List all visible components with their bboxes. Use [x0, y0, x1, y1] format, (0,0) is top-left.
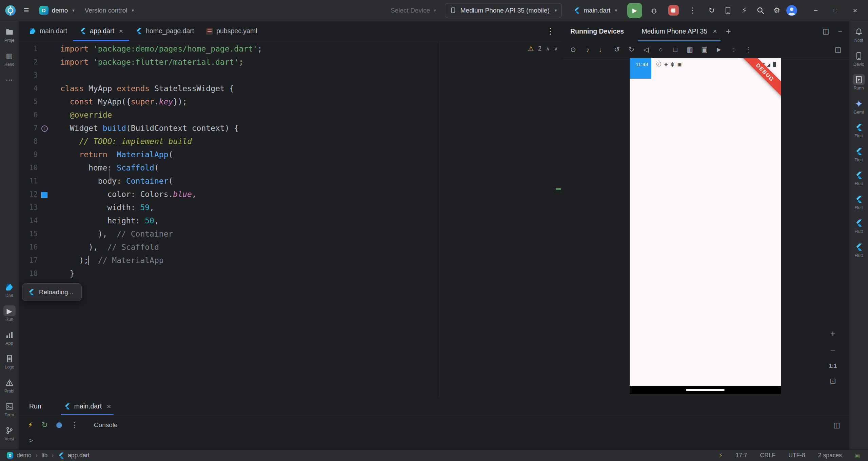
- toolwindow-flutter-inspector[interactable]: Flutt: [849, 144, 868, 164]
- device-manager-icon[interactable]: [721, 3, 735, 18]
- code-line-5[interactable]: 5 const MyApp({super.key});: [19, 95, 562, 108]
- tab-options-icon[interactable]: ⋮: [539, 26, 562, 36]
- line-number[interactable]: 14: [19, 214, 38, 227]
- breadcrumb-project[interactable]: demo: [17, 452, 32, 459]
- run-config-dropdown[interactable]: main.dart ▾: [573, 7, 617, 14]
- line-number[interactable]: 12: [19, 188, 38, 201]
- toolwindow-version-control[interactable]: Versi: [0, 423, 19, 443]
- more-icon[interactable]: ⋮: [744, 46, 752, 53]
- more-icon[interactable]: ⋮: [71, 421, 78, 429]
- volume-down-icon[interactable]: ♩: [598, 46, 607, 53]
- status-widget-icon[interactable]: ▣: [855, 452, 860, 459]
- close-tab-icon[interactable]: ×: [119, 27, 123, 35]
- code-line-13[interactable]: 13 width: 59,: [19, 201, 562, 214]
- toolwindow-dart-analysis[interactable]: Dart: [0, 280, 19, 300]
- code-line-3[interactable]: 3: [19, 69, 562, 82]
- toolwindow-more-tool-windows[interactable]: ⋯: [0, 72, 19, 87]
- code-editor[interactable]: 1import 'package:demo/pages/home_page.da…: [19, 41, 562, 397]
- tab-pubspec.yaml[interactable]: pubspec.yaml: [200, 21, 263, 41]
- hot-reload-indicator-icon[interactable]: ⚡: [719, 452, 723, 459]
- close-tab-icon[interactable]: ×: [713, 27, 717, 35]
- line-number[interactable]: 17: [19, 254, 38, 267]
- toolwindow-device-manager[interactable]: Devic: [849, 48, 868, 69]
- line-number[interactable]: 4: [19, 82, 38, 95]
- display-mode-icon[interactable]: ◫: [834, 46, 842, 53]
- prev-issue-icon[interactable]: ∧: [546, 46, 550, 52]
- screenshot-icon[interactable]: ▣: [700, 46, 709, 53]
- toolwindow-gemini[interactable]: Gemi: [849, 96, 868, 117]
- minimize-button[interactable]: −: [808, 3, 823, 18]
- fold-icon[interactable]: ▥: [686, 46, 694, 53]
- back-icon[interactable]: ◁: [642, 46, 650, 53]
- toolwindow-flutter-extra-1[interactable]: Flutt: [849, 216, 868, 236]
- line-number[interactable]: 18: [19, 267, 38, 280]
- settings-gear-icon[interactable]: ⚙: [770, 3, 784, 18]
- device-selector-dropdown[interactable]: Medium Phone API 35 (mobile) ▾: [445, 3, 562, 18]
- maximize-button[interactable]: □: [828, 3, 843, 18]
- code-line-16[interactable]: 16 ), // Scaffold: [19, 241, 562, 254]
- open-devtools-icon[interactable]: [56, 422, 62, 428]
- hot-restart-icon[interactable]: ↻: [41, 421, 47, 429]
- tab-main.dart[interactable]: main.dart: [23, 21, 73, 41]
- toolwindow-flutter-performance[interactable]: Flutt: [849, 168, 868, 188]
- breadcrumb-folder[interactable]: lib: [42, 452, 48, 459]
- line-number[interactable]: 7: [19, 122, 38, 135]
- line-number[interactable]: 1: [19, 42, 38, 56]
- tab-app.dart[interactable]: app.dart×: [73, 21, 129, 41]
- screen-record-icon[interactable]: ►: [715, 46, 723, 53]
- tab-home_page.dart[interactable]: home_page.dart: [129, 21, 200, 41]
- line-separator[interactable]: CRLF: [760, 452, 776, 459]
- line-number[interactable]: 15: [19, 227, 38, 241]
- toolwindow-flutter-outline[interactable]: Flutt: [849, 120, 868, 140]
- code-line-14[interactable]: 14 height: 50,: [19, 214, 562, 227]
- zoom-ratio[interactable]: 1:1: [829, 363, 837, 369]
- line-number[interactable]: 9: [19, 148, 38, 161]
- window-layout-icon[interactable]: ◫: [823, 27, 829, 35]
- toolwindow-flutter-extra-2[interactable]: Flutt: [849, 240, 868, 260]
- device-tab[interactable]: Medium Phone API 35 ×: [638, 21, 720, 41]
- close-tab-icon[interactable]: ×: [107, 402, 111, 410]
- profiler-icon[interactable]: ⚡: [737, 3, 751, 18]
- fit-screen-icon[interactable]: ⊡: [830, 377, 836, 385]
- run-button[interactable]: ▶: [627, 3, 642, 18]
- zoom-out-icon[interactable]: −: [830, 346, 835, 355]
- hot-reload-icon[interactable]: ⚡: [28, 421, 33, 429]
- line-number[interactable]: 10: [19, 161, 38, 175]
- line-number[interactable]: 13: [19, 201, 38, 214]
- emulator-screen[interactable]: 11:48 ⓘ◈ψ▣ 3G ⇵ ◢ DEBUG: [630, 58, 781, 394]
- code-line-11[interactable]: 11 body: Container(: [19, 175, 562, 188]
- debug-button[interactable]: [647, 3, 661, 18]
- override-gutter-icon[interactable]: ↑: [41, 125, 48, 132]
- code-line-7[interactable]: 7↑ Widget build(BuildContext context) {: [19, 122, 562, 135]
- code-line-6[interactable]: 6 @override: [19, 108, 562, 122]
- add-device-button[interactable]: +: [721, 26, 736, 37]
- breadcrumb-file[interactable]: app.dart: [68, 452, 90, 459]
- code-line-4[interactable]: 4class MyApp extends StatelessWidget {: [19, 82, 562, 95]
- line-number[interactable]: 5: [19, 95, 38, 108]
- console-output[interactable]: >: [19, 435, 849, 449]
- layout-settings-icon[interactable]: ◫: [833, 421, 840, 429]
- toolwindow-run[interactable]: ▶Run: [0, 303, 19, 324]
- rotate-left-icon[interactable]: ↺: [613, 46, 621, 53]
- power-icon[interactable]: ⊙: [569, 46, 577, 53]
- gradle-sync-icon[interactable]: ↻: [705, 3, 719, 18]
- overview-icon[interactable]: □: [671, 46, 679, 53]
- run-session-tab[interactable]: main.dart ×: [61, 398, 114, 415]
- more-actions-icon[interactable]: ⋮: [686, 3, 700, 18]
- code-line-19[interactable]: 19}: [19, 280, 562, 294]
- project-switcher[interactable]: D demo ▾: [37, 4, 77, 17]
- code-line-12[interactable]: 12 color: Colors.blue,: [19, 188, 562, 201]
- file-encoding[interactable]: UTF-8: [788, 452, 805, 459]
- toolwindow-app-quality-insights[interactable]: App: [0, 327, 19, 348]
- console-tab[interactable]: Console: [94, 421, 118, 429]
- line-number[interactable]: 8: [19, 135, 38, 148]
- stop-button[interactable]: [666, 3, 681, 18]
- line-number[interactable]: 2: [19, 56, 38, 69]
- inspections-widget[interactable]: ⚠ 2 ∧ ∨: [528, 45, 558, 53]
- toolwindow-logcat[interactable]: Logc: [0, 351, 19, 372]
- line-number[interactable]: 16: [19, 241, 38, 254]
- toolwindow-resource-manager[interactable]: ▦Reso: [0, 48, 19, 69]
- gesture-nav-bar[interactable]: [630, 386, 781, 394]
- code-line-17[interactable]: 17 ); // MaterialApp: [19, 254, 562, 267]
- volume-up-icon[interactable]: ♪: [584, 46, 592, 53]
